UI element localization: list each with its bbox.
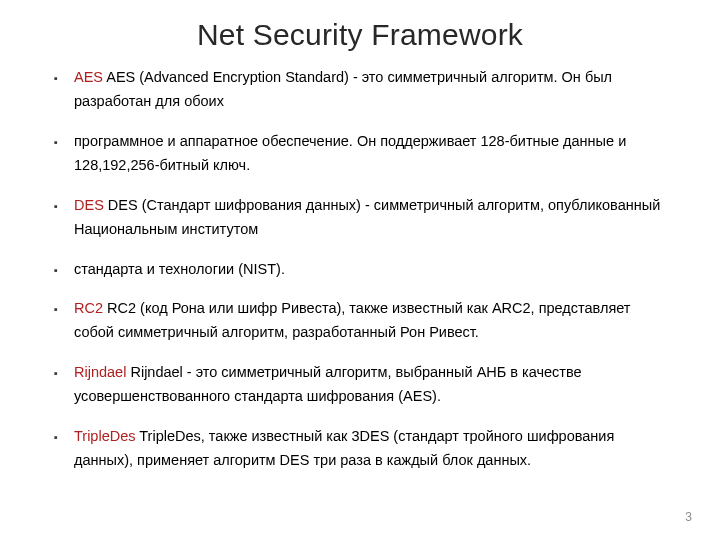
slide: Net Security Framework AES AES (Advanced… bbox=[0, 0, 720, 540]
term: Rijndael bbox=[74, 364, 126, 380]
list-item: программное и аппаратное обеспечение. Он… bbox=[54, 130, 672, 178]
bullet-text: AES (Advanced Encryption Standard) - это… bbox=[74, 69, 612, 109]
term: DES bbox=[74, 197, 104, 213]
term: TripleDes bbox=[74, 428, 136, 444]
bullet-text: TripleDes, также известный как 3DES (ста… bbox=[74, 428, 614, 468]
list-item: RC2 RC2 (код Рона или шифр Ривеста), так… bbox=[54, 297, 672, 345]
list-item: TripleDes TripleDes, также известный как… bbox=[54, 425, 672, 473]
list-item: DES DES (Стандарт шифрования данных) - с… bbox=[54, 194, 672, 242]
page-title: Net Security Framework bbox=[48, 18, 672, 52]
list-item: AES AES (Advanced Encryption Standard) -… bbox=[54, 66, 672, 114]
list-item: Rijndael Rijndael - это симметричный алг… bbox=[54, 361, 672, 409]
bullet-text: Rijndael - это симметричный алгоритм, вы… bbox=[74, 364, 582, 404]
bullet-text: RC2 (код Рона или шифр Ривеста), также и… bbox=[74, 300, 630, 340]
term: AES bbox=[74, 69, 103, 85]
term: RC2 bbox=[74, 300, 103, 316]
list-item: стандарта и технологии (NIST). bbox=[54, 258, 672, 282]
page-number: 3 bbox=[685, 510, 692, 524]
bullet-text: программное и аппаратное обеспечение. Он… bbox=[74, 133, 626, 173]
bullet-text: стандарта и технологии (NIST). bbox=[74, 261, 285, 277]
bullet-list: AES AES (Advanced Encryption Standard) -… bbox=[48, 66, 672, 473]
bullet-text: DES (Стандарт шифрования данных) - симме… bbox=[74, 197, 660, 237]
